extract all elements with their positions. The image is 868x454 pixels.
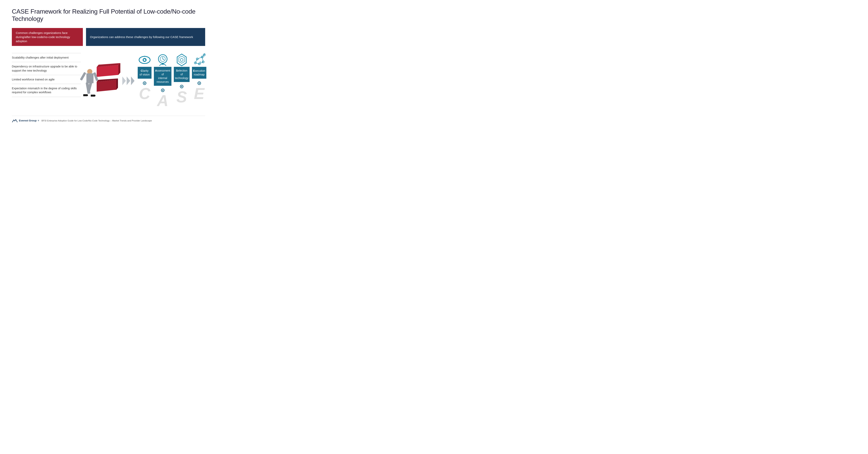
everest-logo-icon <box>12 118 18 123</box>
svg-marker-0 <box>97 65 118 77</box>
person-shoe-left <box>83 94 88 96</box>
execution-icon <box>192 53 206 67</box>
selection-dot <box>180 85 183 88</box>
figure-and-columns: Clarityof vision C <box>85 53 208 109</box>
case-col-a: Assessment ofinternal resources A <box>153 53 173 109</box>
clarity-icon <box>138 53 152 67</box>
bottom-block-svg <box>95 77 120 97</box>
clarity-label: Clarityof vision <box>138 67 152 79</box>
svg-point-9 <box>145 59 146 60</box>
svg-line-26 <box>180 59 181 59</box>
footer-logo: Everest Group® <box>12 118 39 123</box>
svg-line-12 <box>142 56 143 57</box>
svg-marker-19 <box>179 56 185 63</box>
svg-marker-2 <box>118 63 120 75</box>
case-col-c: Clarityof vision C <box>136 53 153 109</box>
case-header: Organizations can address these challeng… <box>86 28 205 46</box>
header-row: Common challenges organizations face dur… <box>12 28 205 46</box>
brand-name: Everest Group <box>19 119 37 122</box>
selection-label: Selection oftechnology <box>174 67 190 82</box>
svg-marker-18 <box>177 54 186 66</box>
svg-marker-3 <box>97 80 116 92</box>
svg-point-20 <box>180 59 183 61</box>
chevron-1 <box>122 76 126 85</box>
case-col-s: Selection oftechnology S <box>173 53 191 109</box>
clarity-big-letter: C <box>139 86 150 101</box>
assessment-dot <box>161 89 164 92</box>
page-title: CASE Framework for Realizing Full Potent… <box>12 8 205 23</box>
blocks-figure <box>85 59 120 102</box>
execution-big-letter: E <box>194 86 205 101</box>
chevron-3 <box>131 76 134 85</box>
brand-reg: ® <box>38 120 39 122</box>
footer-text: BFSI Enterprise Adoption Guide for Low-C… <box>41 120 152 122</box>
svg-marker-5 <box>116 78 118 90</box>
case-framework-panel: Clarityof vision C <box>85 53 208 109</box>
case-columns: Clarityof vision C <box>136 53 208 109</box>
challenges-header: Common challenges organizations face dur… <box>12 28 83 46</box>
svg-line-25 <box>180 61 181 61</box>
challenge-3: Limited workforce trained on agile <box>12 75 81 84</box>
assessment-big-letter: A <box>157 93 168 109</box>
execution-dot <box>197 82 201 85</box>
content-row: Scalability challenges after initial dep… <box>12 53 205 109</box>
person-shoe-right <box>91 95 95 97</box>
selection-big-letter: S <box>176 89 187 105</box>
footer: Everest Group® BFSI Enterprise Adoption … <box>12 116 205 123</box>
assessment-icon <box>156 53 169 67</box>
challenge-1: Scalability challenges after initial dep… <box>12 53 81 62</box>
execution-label: Executionroadmap <box>192 67 207 79</box>
assessment-label: Assessment ofinternal resources <box>154 67 172 86</box>
svg-line-16 <box>163 59 164 60</box>
svg-line-22 <box>183 59 183 59</box>
svg-line-23 <box>183 61 183 61</box>
person-body <box>86 73 94 83</box>
arrow-chevrons <box>122 76 134 85</box>
challenge-4: Expectation mismatch in the degree of co… <box>12 84 81 97</box>
svg-line-11 <box>147 56 147 57</box>
case-col-e: Executionroadmap E <box>191 53 208 109</box>
chevron-2 <box>127 76 130 85</box>
selection-icon <box>175 53 189 67</box>
challenge-2: Dependency on infrastructure upgrade to … <box>12 62 81 75</box>
clarity-dot <box>143 82 146 85</box>
challenges-panel: Scalability challenges after initial dep… <box>12 53 85 97</box>
